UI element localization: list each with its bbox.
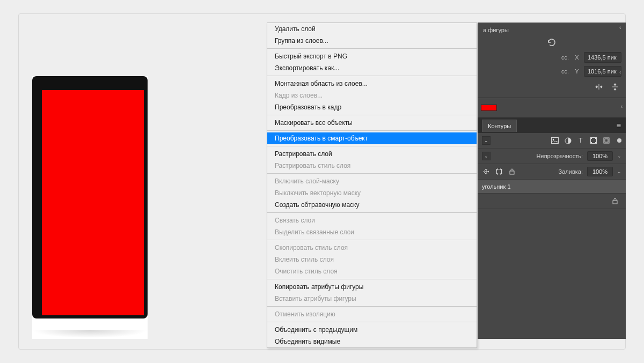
lock-all-icon[interactable] xyxy=(508,167,516,176)
svg-point-1 xyxy=(553,139,554,140)
menu-item[interactable]: Преобразовать в смарт-объект xyxy=(267,132,477,144)
filter-text-icon[interactable]: T xyxy=(576,136,585,145)
menu-item: Отменить изоляцию xyxy=(267,308,477,320)
red-rectangle-shape[interactable] xyxy=(42,90,144,315)
properties-tab-label: а фигуры xyxy=(482,26,621,36)
right-panel-stack: ‹ ‹ а фигуры cc. X 1436,5 пик cc. Y 1016… xyxy=(478,23,626,339)
menu-item: Очистить стиль слоя xyxy=(267,265,477,277)
y-value-field[interactable]: 1016,5 пик xyxy=(584,66,621,77)
menu-item: Выключить векторную маску xyxy=(267,187,477,199)
menu-item: Связать слои xyxy=(267,214,477,226)
menu-item[interactable]: Маскировать все объекты xyxy=(267,117,477,129)
menu-item: Скопировать стиль слоя xyxy=(267,242,477,254)
menu-item[interactable]: Объединить видимые xyxy=(267,336,477,347)
reset-transform-button[interactable] xyxy=(482,39,621,47)
flip-horizontal-icon[interactable] xyxy=(595,83,603,91)
menu-item[interactable]: Монтажная область из слоев... xyxy=(267,78,477,90)
x-value-field[interactable]: 1436,5 пик xyxy=(584,52,621,63)
filter-smart-icon[interactable] xyxy=(602,136,611,145)
menu-item[interactable]: Создать обтравочную маску xyxy=(267,199,477,211)
blend-mode-dropdown[interactable]: ⌄ xyxy=(482,152,491,160)
filter-shape-icon[interactable] xyxy=(589,136,598,145)
layer-filter-row: ⌄ T xyxy=(478,133,626,149)
menu-separator xyxy=(267,306,477,307)
panel-collapse-caret-2[interactable]: ‹ xyxy=(619,69,625,75)
menu-item: Включить слой-маску xyxy=(267,175,477,187)
menu-item: Выделить связанные слои xyxy=(267,226,477,238)
lock-icon xyxy=(611,197,619,205)
menu-item: Вклеить стиль слоя xyxy=(267,254,477,265)
menu-item[interactable]: Удалить слой xyxy=(267,23,477,35)
svg-rect-12 xyxy=(613,201,617,204)
menu-separator xyxy=(267,240,477,240)
panel-menu-icon[interactable]: ≡ xyxy=(617,121,621,130)
monitor-shadow xyxy=(32,330,148,338)
fill-label: Заливка: xyxy=(559,168,583,175)
menu-item[interactable]: Копировать атрибуты фигуры xyxy=(267,281,477,293)
menu-item: Растрировать стиль слоя xyxy=(267,160,477,172)
menu-item[interactable]: Объединить с предыдущим xyxy=(267,324,477,336)
menu-separator xyxy=(267,146,477,146)
fill-color-swatch[interactable] xyxy=(481,105,497,111)
opacity-row: ⌄ Непрозрачность: 100% ⌄ xyxy=(478,149,626,164)
lock-artboard-icon[interactable] xyxy=(495,167,503,176)
panel-collapse-caret[interactable]: ‹ xyxy=(619,25,625,31)
menu-separator xyxy=(267,76,477,76)
layer-filter-dropdown[interactable]: ⌄ xyxy=(482,136,491,145)
y-label: Y xyxy=(573,68,581,75)
panel-collapse-caret-3[interactable]: ‹ xyxy=(621,103,623,109)
menu-separator xyxy=(267,212,477,213)
x-unit-suffix: cc. xyxy=(561,54,569,61)
x-position-row: cc. X 1436,5 пик xyxy=(482,51,621,63)
opacity-caret[interactable]: ⌄ xyxy=(617,153,621,159)
lock-fill-row: Заливка: 100% ⌄ xyxy=(478,164,626,180)
fill-value-field[interactable]: 100% xyxy=(587,167,613,176)
x-label: X xyxy=(573,54,581,61)
menu-item: Вставить атрибуты фигуры xyxy=(267,293,477,305)
menu-item[interactable]: Группа из слоев... xyxy=(267,35,477,47)
menu-separator xyxy=(267,279,477,279)
svg-rect-4 xyxy=(590,137,592,139)
fill-color-row: ‹ xyxy=(478,98,626,118)
menu-item[interactable]: Экспортировать как... xyxy=(267,62,477,74)
menu-separator xyxy=(267,115,477,115)
opacity-label: Непрозрачность: xyxy=(537,153,583,159)
menu-separator xyxy=(267,322,477,322)
paths-tab[interactable]: Контуры xyxy=(482,120,517,132)
y-unit-suffix: cc. xyxy=(561,68,569,75)
background-lock-row xyxy=(478,194,626,209)
svg-rect-7 xyxy=(595,142,597,144)
layer-row-selected[interactable]: угольник 1 xyxy=(478,180,626,194)
fill-caret[interactable]: ⌄ xyxy=(617,169,621,174)
menu-separator xyxy=(267,48,477,49)
shape-properties-panel: ‹ ‹ а фигуры cc. X 1436,5 пик cc. Y 1016… xyxy=(478,23,626,98)
menu-item[interactable]: Быстрый экспорт в PNG xyxy=(267,50,477,62)
reset-icon xyxy=(547,39,557,46)
svg-rect-6 xyxy=(590,142,592,144)
flip-vertical-icon[interactable] xyxy=(611,83,619,91)
layer-name: угольник 1 xyxy=(482,183,511,190)
y-position-row: cc. Y 1016,5 пик xyxy=(482,65,621,77)
layers-panel-header: Контуры ≡ xyxy=(478,118,626,133)
filter-image-icon[interactable] xyxy=(551,136,559,145)
filter-toggle-icon[interactable] xyxy=(617,138,621,143)
lock-move-icon[interactable] xyxy=(482,167,491,176)
menu-item: Кадр из слоев... xyxy=(267,90,477,101)
menu-separator xyxy=(267,130,477,131)
svg-rect-0 xyxy=(552,138,559,144)
layer-context-menu: Удалить слойГруппа из слоев...Быстрый эк… xyxy=(267,23,477,348)
svg-rect-9 xyxy=(605,139,608,142)
menu-item[interactable]: Растрировать слой xyxy=(267,148,477,160)
filter-adjust-icon[interactable] xyxy=(564,136,572,145)
svg-rect-11 xyxy=(510,171,514,174)
menu-item[interactable]: Преобразовать в кадр xyxy=(267,101,477,113)
menu-separator xyxy=(267,173,477,174)
opacity-value-field[interactable]: 100% xyxy=(587,151,613,161)
svg-rect-5 xyxy=(595,137,597,139)
